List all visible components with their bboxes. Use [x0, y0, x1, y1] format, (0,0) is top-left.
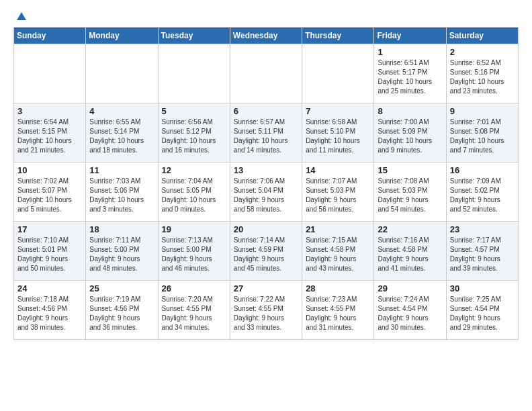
day-number: 29: [378, 283, 442, 293]
day-info: Sunrise: 7:14 AM Sunset: 4:59 PM Dayligh…: [234, 236, 298, 273]
calendar-cell: 13Sunrise: 7:06 AM Sunset: 5:04 PM Dayli…: [230, 163, 302, 222]
calendar-week-row: 10Sunrise: 7:02 AM Sunset: 5:07 PM Dayli…: [14, 163, 519, 222]
day-info: Sunrise: 7:16 AM Sunset: 4:58 PM Dayligh…: [378, 236, 442, 273]
day-info: Sunrise: 7:01 AM Sunset: 5:08 PM Dayligh…: [450, 118, 515, 155]
svg-marker-0: [17, 12, 26, 20]
day-number: 9: [450, 106, 515, 116]
calendar-week-row: 1Sunrise: 6:51 AM Sunset: 5:17 PM Daylig…: [14, 44, 519, 103]
calendar-cell: [14, 44, 86, 103]
day-number: 8: [378, 106, 442, 116]
calendar-cell: 16Sunrise: 7:09 AM Sunset: 5:02 PM Dayli…: [446, 163, 518, 222]
day-number: 2: [450, 47, 515, 57]
day-info: Sunrise: 6:51 AM Sunset: 5:17 PM Dayligh…: [378, 58, 442, 96]
day-info: Sunrise: 7:23 AM Sunset: 4:55 PM Dayligh…: [306, 295, 370, 332]
calendar-cell: 4Sunrise: 6:55 AM Sunset: 5:14 PM Daylig…: [86, 103, 158, 163]
day-info: Sunrise: 7:00 AM Sunset: 5:09 PM Dayligh…: [378, 118, 442, 155]
calendar-cell: 12Sunrise: 7:04 AM Sunset: 5:05 PM Dayli…: [158, 163, 230, 222]
weekday-header: Thursday: [302, 28, 374, 44]
day-number: 12: [162, 165, 226, 175]
day-number: 22: [378, 224, 442, 234]
calendar-week-row: 3Sunrise: 6:54 AM Sunset: 5:15 PM Daylig…: [14, 103, 519, 163]
day-info: Sunrise: 7:06 AM Sunset: 5:04 PM Dayligh…: [234, 177, 298, 214]
day-number: 11: [89, 165, 154, 175]
calendar-cell: [86, 44, 158, 103]
day-info: Sunrise: 7:03 AM Sunset: 5:06 PM Dayligh…: [89, 177, 154, 214]
day-number: 10: [17, 165, 82, 175]
calendar-cell: 14Sunrise: 7:07 AM Sunset: 5:03 PM Dayli…: [302, 163, 374, 222]
day-number: 19: [162, 224, 226, 234]
calendar-cell: 21Sunrise: 7:15 AM Sunset: 4:58 PM Dayli…: [302, 222, 374, 281]
calendar-cell: 5Sunrise: 6:56 AM Sunset: 5:12 PM Daylig…: [158, 103, 230, 163]
day-info: Sunrise: 6:52 AM Sunset: 5:16 PM Dayligh…: [450, 58, 515, 96]
weekday-header: Sunday: [14, 28, 86, 44]
day-info: Sunrise: 7:11 AM Sunset: 5:00 PM Dayligh…: [89, 236, 154, 273]
calendar-cell: 3Sunrise: 6:54 AM Sunset: 5:15 PM Daylig…: [14, 103, 86, 163]
day-info: Sunrise: 7:10 AM Sunset: 5:01 PM Dayligh…: [17, 236, 82, 273]
day-number: 13: [234, 165, 298, 175]
day-info: Sunrise: 7:24 AM Sunset: 4:54 PM Dayligh…: [378, 295, 442, 332]
day-number: 30: [450, 283, 515, 293]
calendar-cell: 15Sunrise: 7:08 AM Sunset: 5:03 PM Dayli…: [374, 163, 446, 222]
day-number: 25: [89, 283, 154, 293]
page-header: [13, 11, 519, 20]
calendar-cell: 22Sunrise: 7:16 AM Sunset: 4:58 PM Dayli…: [374, 222, 446, 281]
day-info: Sunrise: 6:54 AM Sunset: 5:15 PM Dayligh…: [17, 118, 82, 155]
day-number: 7: [306, 106, 370, 116]
day-info: Sunrise: 6:56 AM Sunset: 5:12 PM Dayligh…: [162, 118, 226, 155]
calendar-cell: 9Sunrise: 7:01 AM Sunset: 5:08 PM Daylig…: [446, 103, 518, 163]
day-number: 17: [17, 224, 82, 234]
day-number: 1: [378, 47, 442, 57]
day-info: Sunrise: 7:02 AM Sunset: 5:07 PM Dayligh…: [17, 177, 82, 214]
calendar-cell: 6Sunrise: 6:57 AM Sunset: 5:11 PM Daylig…: [230, 103, 302, 163]
logo-icon: [15, 11, 28, 23]
day-number: 6: [234, 106, 298, 116]
logo: [13, 11, 28, 20]
day-number: 26: [162, 283, 226, 293]
calendar-cell: 27Sunrise: 7:22 AM Sunset: 4:55 PM Dayli…: [230, 281, 302, 340]
calendar-table: SundayMondayTuesdayWednesdayThursdayFrid…: [13, 27, 519, 340]
day-info: Sunrise: 7:15 AM Sunset: 4:58 PM Dayligh…: [306, 236, 370, 273]
day-info: Sunrise: 6:58 AM Sunset: 5:10 PM Dayligh…: [306, 118, 370, 155]
day-info: Sunrise: 6:57 AM Sunset: 5:11 PM Dayligh…: [234, 118, 298, 155]
calendar-cell: 23Sunrise: 7:17 AM Sunset: 4:57 PM Dayli…: [446, 222, 518, 281]
day-number: 4: [89, 106, 154, 116]
day-number: 24: [17, 283, 82, 293]
weekday-header: Friday: [374, 28, 446, 44]
calendar-cell: 29Sunrise: 7:24 AM Sunset: 4:54 PM Dayli…: [374, 281, 446, 340]
page: SundayMondayTuesdayWednesdayThursdayFrid…: [0, 0, 532, 411]
calendar-cell: 10Sunrise: 7:02 AM Sunset: 5:07 PM Dayli…: [14, 163, 86, 222]
calendar-cell: 25Sunrise: 7:19 AM Sunset: 4:56 PM Dayli…: [86, 281, 158, 340]
day-number: 21: [306, 224, 370, 234]
calendar-cell: 1Sunrise: 6:51 AM Sunset: 5:17 PM Daylig…: [374, 44, 446, 103]
day-info: Sunrise: 7:18 AM Sunset: 4:56 PM Dayligh…: [17, 295, 82, 332]
calendar-cell: 8Sunrise: 7:00 AM Sunset: 5:09 PM Daylig…: [374, 103, 446, 163]
day-info: Sunrise: 7:09 AM Sunset: 5:02 PM Dayligh…: [450, 177, 515, 214]
calendar-cell: 28Sunrise: 7:23 AM Sunset: 4:55 PM Dayli…: [302, 281, 374, 340]
weekday-header: Monday: [86, 28, 158, 44]
day-info: Sunrise: 7:20 AM Sunset: 4:55 PM Dayligh…: [162, 295, 226, 332]
calendar-cell: 18Sunrise: 7:11 AM Sunset: 5:00 PM Dayli…: [86, 222, 158, 281]
calendar-cell: [230, 44, 302, 103]
day-number: 18: [89, 224, 154, 234]
calendar-week-row: 17Sunrise: 7:10 AM Sunset: 5:01 PM Dayli…: [14, 222, 519, 281]
day-info: Sunrise: 6:55 AM Sunset: 5:14 PM Dayligh…: [89, 118, 154, 155]
calendar-cell: [302, 44, 374, 103]
calendar-cell: 7Sunrise: 6:58 AM Sunset: 5:10 PM Daylig…: [302, 103, 374, 163]
day-number: 23: [450, 224, 515, 234]
weekday-header: Tuesday: [158, 28, 230, 44]
calendar-cell: 20Sunrise: 7:14 AM Sunset: 4:59 PM Dayli…: [230, 222, 302, 281]
day-number: 20: [234, 224, 298, 234]
calendar-cell: [158, 44, 230, 103]
weekday-header: Wednesday: [230, 28, 302, 44]
day-info: Sunrise: 7:08 AM Sunset: 5:03 PM Dayligh…: [378, 177, 442, 214]
day-info: Sunrise: 7:04 AM Sunset: 5:05 PM Dayligh…: [162, 177, 226, 214]
day-number: 27: [234, 283, 298, 293]
day-number: 14: [306, 165, 370, 175]
day-number: 3: [17, 106, 82, 116]
calendar-week-row: 24Sunrise: 7:18 AM Sunset: 4:56 PM Dayli…: [14, 281, 519, 340]
day-info: Sunrise: 7:07 AM Sunset: 5:03 PM Dayligh…: [306, 177, 370, 214]
day-info: Sunrise: 7:13 AM Sunset: 5:00 PM Dayligh…: [162, 236, 226, 273]
day-number: 5: [162, 106, 226, 116]
calendar-cell: 24Sunrise: 7:18 AM Sunset: 4:56 PM Dayli…: [14, 281, 86, 340]
day-number: 16: [450, 165, 515, 175]
